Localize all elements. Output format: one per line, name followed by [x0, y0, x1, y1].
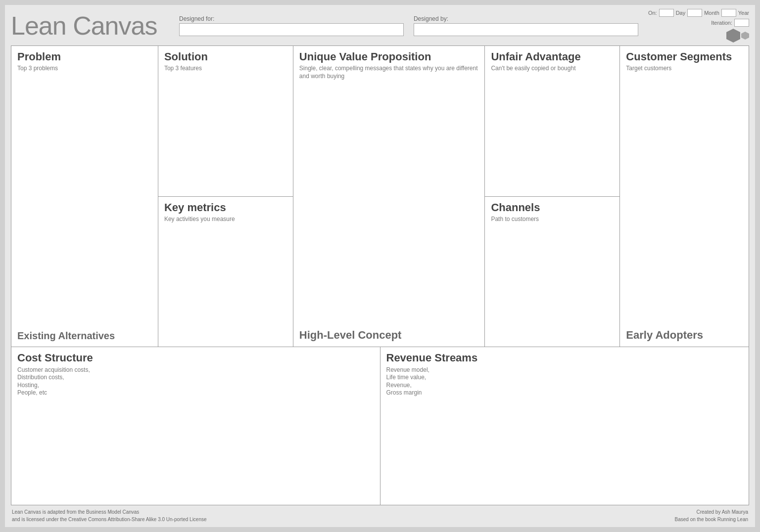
cost-structure-cell[interactable]: Cost Structure Customer acquisition cost… — [11, 347, 380, 505]
right-mid-col: Unfair Advantage Can't be easily copied … — [485, 46, 620, 347]
uvp-subtitle: Single, clear, compelling messages that … — [299, 65, 479, 80]
cost-title: Cost Structure — [17, 352, 374, 364]
designed-for-label: Designed for: — [179, 15, 404, 22]
app-title: Lean Canvas — [11, 11, 169, 41]
channels-title: Channels — [491, 202, 614, 214]
footer-right-line2: Based on the book Running Lean — [675, 516, 748, 523]
iteration-label: Iteration: — [711, 20, 732, 26]
designed-for-input[interactable] — [179, 23, 404, 36]
revenue-title: Revenue Streams — [386, 352, 743, 364]
day-label: Day — [676, 10, 686, 16]
header: Lean Canvas Designed for: Designed by: O… — [11, 9, 749, 43]
footer-left: Lean Canvas is adapted from the Business… — [12, 508, 207, 523]
early-adopters-label: Early Adopters — [626, 329, 743, 342]
uvp-cell[interactable]: Unique Value Proposition Single, clear, … — [293, 46, 485, 347]
meta-section: On: Day Month Year Iteration: — [648, 9, 749, 43]
key-metrics-cell[interactable]: Key metrics Key activities you measure — [158, 197, 293, 347]
month-box[interactable] — [687, 9, 702, 17]
iteration-box[interactable] — [734, 19, 749, 27]
footer: Lean Canvas is adapted from the Business… — [11, 505, 749, 523]
cost-details: Customer acquisition costs, Distribution… — [17, 366, 374, 397]
footer-right: Created by Ash Maurya Based on the book … — [675, 508, 748, 523]
existing-alternatives-label: Existing Alternatives — [17, 325, 152, 342]
footer-left-line2: and is licensed under the Creative Comon… — [12, 516, 207, 523]
year-label: Year — [738, 10, 749, 16]
segments-cell[interactable]: Customer Segments Target customers Early… — [620, 46, 749, 347]
solution-title: Solution — [164, 51, 287, 63]
unfair-title: Unfair Advantage — [491, 51, 614, 63]
page-wrapper: Lean Canvas Designed for: Designed by: O… — [5, 5, 755, 527]
designed-by-input[interactable] — [414, 23, 638, 36]
channels-cell[interactable]: Channels Path to customers — [485, 197, 619, 347]
unfair-subtitle: Can't be easily copied or bought — [491, 65, 614, 73]
key-metrics-subtitle: Key activities you measure — [164, 216, 287, 223]
on-label: On: — [648, 10, 657, 16]
designed-by-section: Designed by: — [414, 15, 638, 36]
hex-icon-large — [726, 29, 740, 43]
revenue-streams-cell[interactable]: Revenue Streams Revenue model, Life time… — [380, 347, 749, 505]
canvas-bottom: Cost Structure Customer acquisition cost… — [11, 347, 749, 505]
high-level-concept-label: High-Level Concept — [299, 329, 479, 342]
month-label: Month — [704, 10, 719, 16]
revenue-details: Revenue model, Life time value, Revenue,… — [386, 366, 743, 397]
middle-col: Solution Top 3 features Key metrics Key … — [158, 46, 293, 347]
unfair-advantage-cell[interactable]: Unfair Advantage Can't be easily copied … — [485, 46, 619, 197]
solution-cell[interactable]: Solution Top 3 features — [158, 46, 293, 197]
segments-subtitle: Target customers — [626, 65, 743, 73]
lean-canvas: Problem Top 3 problems Existing Alternat… — [11, 45, 749, 505]
solution-subtitle: Top 3 features — [164, 65, 287, 73]
hex-group — [726, 29, 749, 43]
canvas-top: Problem Top 3 problems Existing Alternat… — [11, 46, 749, 347]
iteration-line: Iteration: — [711, 19, 749, 27]
segments-title: Customer Segments — [626, 51, 743, 63]
key-metrics-title: Key metrics — [164, 202, 287, 214]
year-box[interactable] — [721, 9, 736, 17]
on-line: On: Day Month Year — [648, 9, 749, 17]
channels-subtitle: Path to customers — [491, 216, 614, 223]
hex-icon-small — [741, 32, 749, 40]
footer-right-line1: Created by Ash Maurya — [675, 508, 748, 516]
uvp-title: Unique Value Proposition — [299, 51, 479, 63]
designed-for-section: Designed for: — [179, 15, 404, 36]
problem-cell[interactable]: Problem Top 3 problems Existing Alternat… — [11, 46, 158, 347]
designed-by-label: Designed by: — [414, 15, 638, 22]
footer-left-line1: Lean Canvas is adapted from the Business… — [12, 508, 207, 516]
problem-subtitle: Top 3 problems — [17, 65, 152, 73]
problem-title: Problem — [17, 51, 152, 63]
day-box[interactable] — [659, 9, 674, 17]
